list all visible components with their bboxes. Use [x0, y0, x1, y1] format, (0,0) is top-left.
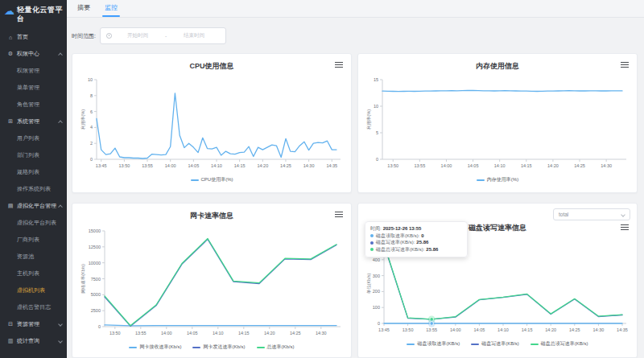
svg-text:14:05: 14:05: [474, 327, 485, 332]
sidebar-item[interactable]: ⌂首页: [0, 29, 67, 46]
chart-menu-icon[interactable]: [621, 62, 629, 68]
legend-item[interactable]: 网卡发送速率(Kb/s): [192, 344, 245, 351]
legend-label: 磁盘写速率(KB/s): [481, 340, 519, 348]
svg-text:300: 300: [373, 274, 380, 278]
svg-text:14:00: 14:00: [161, 331, 172, 335]
series-dot-icon: [370, 241, 374, 245]
start-time-placeholder: 开始时间: [112, 32, 163, 39]
sidebar-subitem[interactable]: 部门列表: [0, 147, 67, 164]
sidebar-item[interactable]: ▤虚拟化平台管理: [0, 198, 67, 215]
svg-text:14:30: 14:30: [593, 327, 605, 332]
time-range-label: 时间范围:: [72, 32, 96, 40]
sidebar-item-label: 虚拟化平台列表: [17, 219, 62, 227]
tab-monitor[interactable]: 监控: [101, 3, 122, 17]
svg-text:14:05: 14:05: [468, 163, 479, 168]
legend-item[interactable]: 磁盘总读写速率(KB/s): [530, 340, 588, 348]
chart-card-disk: total 磁盘读写速率信息 时间:2025-12-26 13:55 磁盘读取速…: [357, 203, 638, 358]
chart-title: 内存使用信息: [358, 61, 637, 72]
legend-item[interactable]: 网卡接收速率(Kb/s): [129, 344, 181, 351]
sidebar-item[interactable]: ▥统计查询: [0, 333, 67, 350]
svg-text:0: 0: [98, 324, 101, 329]
stats-icon: ▥: [6, 338, 14, 344]
svg-text:13:55: 13:55: [426, 327, 437, 332]
sidebar-subitem[interactable]: 虚机告警日志: [0, 299, 67, 316]
clock-icon: [106, 33, 112, 39]
svg-text:400: 400: [373, 257, 380, 262]
sidebar-item[interactable]: ⊞系统管理: [0, 113, 67, 130]
svg-text:14:20: 14:20: [257, 163, 268, 168]
sidebar-item-label: 虚拟化平台管理: [17, 202, 59, 210]
svg-text:13:50: 13:50: [109, 331, 121, 335]
legend-item[interactable]: 磁盘写速率(KB/s): [471, 340, 519, 348]
sidebar-item[interactable]: ⚙权限中心: [0, 46, 67, 63]
svg-text:14:15: 14:15: [521, 163, 532, 168]
app-logo: ☁ 轻量化云管平台: [0, 0, 67, 27]
svg-text:14:35: 14:35: [617, 327, 628, 332]
sidebar-item-label: 角色管理: [17, 101, 62, 109]
sidebar-subitem[interactable]: 用户列表: [0, 130, 67, 147]
svg-text:0: 0: [378, 321, 380, 326]
sidebar-item-label: 权限中心: [17, 50, 59, 58]
memory-usage-chart[interactable]: 05101513:5013:5514:0014:0514:1014:1514:2…: [365, 75, 630, 171]
sidebar-subitem[interactable]: 厂商列表: [0, 232, 67, 249]
sidebar-subitem[interactable]: 规格列表: [0, 164, 67, 181]
chart-menu-icon[interactable]: [335, 212, 343, 217]
time-range-input[interactable]: 开始时间 - 结束时间: [100, 27, 226, 44]
legend-line-icon: [257, 347, 265, 348]
svg-text:14:00: 14:00: [165, 163, 176, 168]
chart-menu-icon[interactable]: [335, 62, 343, 68]
disk-select[interactable]: total: [553, 208, 630, 220]
tooltip-row: 磁盘读取速率(KB/s):0: [370, 232, 462, 240]
legend-line-icon: [530, 344, 539, 345]
sidebar-subitem[interactable]: 资源池: [0, 249, 67, 265]
chevron-up-icon: [58, 121, 63, 126]
svg-text:14:15: 14:15: [234, 163, 246, 168]
network-rate-chart[interactable]: 025005000750010000125001500013:5013:5514…: [79, 226, 345, 339]
legend-label: 网卡发送速率(Kb/s): [203, 344, 245, 351]
svg-text:14:10: 14:10: [211, 163, 222, 168]
legend-item[interactable]: 总速率(Kb/s): [257, 344, 295, 351]
sidebar-subitem[interactable]: 主机列表: [0, 265, 67, 282]
legend-item[interactable]: CPU使用率(%): [191, 176, 233, 183]
sidebar-subitem[interactable]: 虚拟化平台列表: [0, 215, 67, 232]
chart-title: 网卡速率信息: [72, 211, 351, 221]
tab-summary[interactable]: 摘要: [73, 3, 94, 17]
svg-text:14:30: 14:30: [316, 331, 327, 335]
svg-text:6: 6: [90, 109, 93, 114]
sidebar-subitem[interactable]: 虚拟机列表: [0, 282, 67, 299]
permission-icon: ⚙: [6, 51, 14, 57]
svg-text:14:25: 14:25: [290, 331, 301, 335]
chart-legend: 磁盘读取速率(KB/s)磁盘写速率(KB/s)磁盘总读写速率(KB/s): [358, 340, 637, 348]
svg-text:15: 15: [374, 77, 378, 82]
series-dot-icon: [370, 234, 374, 237]
svg-text:14:20: 14:20: [547, 163, 559, 168]
monitor-content: 时间范围: 开始时间 - 结束时间 CPU使用信息 024681013:4513…: [67, 18, 644, 358]
svg-text:10000: 10000: [89, 261, 101, 265]
legend-item[interactable]: 磁盘读取速率(KB/s): [407, 340, 460, 348]
sidebar-item-label: 部门列表: [17, 151, 62, 159]
svg-text:14:25: 14:25: [280, 163, 291, 168]
sidebar-subitem[interactable]: 角色管理: [0, 97, 67, 113]
sidebar-item-label: 资源池: [17, 253, 62, 261]
svg-text:14:25: 14:25: [569, 327, 580, 332]
svg-text:2500: 2500: [91, 308, 101, 313]
svg-text:2: 2: [90, 141, 93, 146]
sidebar-subitem[interactable]: 操作系统列表: [0, 181, 67, 198]
chart-card-cpu: CPU使用信息 024681013:4513:5013:5514:0014:05…: [72, 53, 352, 193]
svg-text:14:15: 14:15: [238, 331, 250, 335]
sidebar-item-label: 统计查询: [17, 337, 59, 345]
chart-menu-icon[interactable]: [621, 224, 629, 230]
svg-text:利用率(%): 利用率(%): [366, 109, 372, 130]
svg-text:14:10: 14:10: [494, 163, 506, 168]
sidebar-subitem[interactable]: 权限管理: [0, 63, 67, 80]
svg-text:14:20: 14:20: [264, 331, 275, 335]
legend-label: CPU使用率(%): [201, 176, 233, 183]
svg-text:14:10: 14:10: [213, 331, 224, 335]
sidebar-subitem[interactable]: 菜单管理: [0, 80, 67, 97]
home-icon: ⌂: [6, 35, 14, 40]
legend-item[interactable]: 内存使用率(%): [477, 176, 518, 183]
cpu-usage-chart[interactable]: 024681013:4513:5013:5514:0014:0514:1014:…: [79, 75, 345, 171]
sidebar-item-label: 首页: [17, 33, 62, 41]
sidebar-item[interactable]: ⊟资源管理: [0, 316, 67, 333]
legend-line-icon: [471, 344, 479, 345]
